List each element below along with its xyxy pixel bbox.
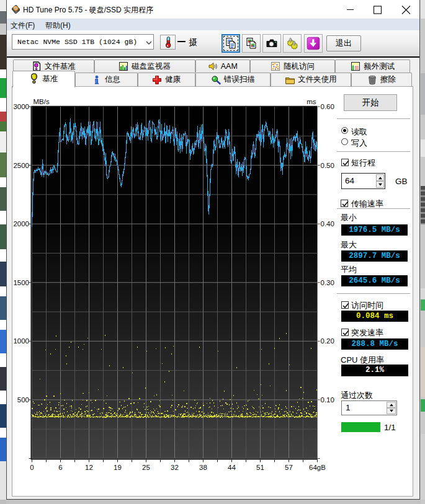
desktop-fragment [421,0,425,19]
tab-label: 文件基准 [45,61,76,72]
maximize-button[interactable] [368,0,387,19]
desktop-fragment [421,288,425,299]
minimize-button[interactable] [341,0,359,19]
min-value-lcd: 1976.5 MB/s [341,224,408,236]
desktop-fragment [0,11,6,24]
radio-dot [343,129,346,132]
spin-down-button[interactable] [387,408,396,414]
pass-count-input[interactable]: 1 [341,400,397,415]
desktop-edge-left [0,0,6,504]
info-icon [92,75,102,85]
svg-text:2500: 2500 [13,162,29,169]
tab-speaker[interactable]: AAM [195,60,251,73]
tab-label: 随机访问 [284,61,315,72]
tab-label: 错误扫描 [224,74,255,85]
checkbox-access-time[interactable] [341,301,349,309]
short-stroke-input[interactable]: 64 [341,173,385,189]
tab-folder[interactable]: 文件夹使用 [271,73,351,87]
pass-count-spinner [387,402,396,414]
temperature-button[interactable] [160,35,176,50]
download-arrow-button[interactable] [304,34,323,53]
check-icon [341,199,350,208]
close-button[interactable] [395,0,414,19]
random-access-icon [271,61,280,71]
checkbox-short-stroke[interactable] [341,159,349,166]
extra-tests-icon [351,61,360,71]
desktop-fragment [0,262,6,286]
tab-label: 基准 [42,74,58,84]
health-cross-icon [152,75,162,85]
toolbar-separator [7,56,419,58]
checkbox-burst-rate[interactable] [341,329,349,336]
desktop-fragment [0,330,6,353]
checkbox-transfer-rate[interactable] [341,200,348,207]
svg-text:1000: 1000 [13,337,29,345]
desktop-fragment [0,438,6,461]
copy-text-button[interactable] [221,34,240,53]
exit-button[interactable]: 退出 [326,35,361,51]
check-icon [341,301,351,310]
avg-value-lcd: 2645.6 MB/s [341,275,408,286]
tab-bulb[interactable]: 基准 [12,71,75,87]
svg-text:0: 0 [30,464,34,471]
desktop-fragment [0,296,6,320]
drive-select-value: Netac NVMe SSD 1TB (1024 gB) [17,38,137,46]
minimize-icon [341,0,359,19]
menu-bar: 文件(F) 帮助(H) [7,19,419,30]
gold-donate-button[interactable] [283,34,302,53]
burst-rate-label[interactable]: 突发速率 [351,327,383,338]
copy-image-button[interactable] [242,34,261,53]
camera-button[interactable] [262,34,281,53]
drive-select[interactable]: Netac NVMe SSD 1TB (1024 gB) [12,34,154,50]
tab-magnifier[interactable]: 错误扫描 [195,73,271,87]
radio-write[interactable] [341,138,348,145]
radio-read[interactable] [341,127,348,134]
spin-up-button[interactable] [387,402,396,408]
desktop-fragment [0,461,6,500]
spin-down-button[interactable] [376,181,384,188]
svg-text:19: 19 [114,464,122,471]
desktop-fragment [421,299,425,311]
desktop-fragment [0,428,6,438]
tab-extra-tests[interactable]: 额外测试 [335,60,410,73]
desktop-fragment [0,112,6,122]
tab-info[interactable]: 信息 [75,73,138,87]
app-icon [12,5,20,14]
desktop-fragment [0,0,6,11]
desktop-edge-right [421,0,425,504]
tab-random-access[interactable]: 随机访问 [250,60,335,73]
start-button[interactable]: 开始 [344,94,397,111]
tab-label: 信息 [105,74,120,85]
tab-label: 额外测试 [364,61,395,72]
max-value-lcd: 2897.7 MB/s [341,250,408,262]
check-icon [341,158,351,167]
desktop-fragment [0,98,6,112]
desktop-edge-bottom [6,500,421,504]
min-label: 最小 [341,212,357,223]
svg-text:38: 38 [199,464,207,471]
maximize-icon [368,0,387,19]
spin-up-button[interactable] [376,174,384,181]
svg-text:MB/s: MB/s [34,98,50,105]
bulb-icon [29,73,39,86]
desktop-fragment [421,186,425,224]
radio-read-label[interactable]: 读取 [351,126,367,138]
close-icon [395,0,414,19]
access-time-label[interactable]: 访问时间 [351,300,383,311]
desktop-fragment [0,35,6,69]
short-stroke-value: 64 [345,176,354,185]
desktop-fragment [0,78,6,98]
tab-trash[interactable]: 擦除 [351,73,412,87]
tab-health-cross[interactable]: 健康 [138,73,195,87]
desktop-fragment [0,153,6,177]
title-bar: HD Tune Pro 5.75 - 硬盘/SSD 实用程序 [7,0,419,19]
desktop-fragment [0,24,6,35]
separator [337,118,410,119]
short-stroke-label[interactable]: 短行程 [351,157,375,169]
radio-write-label[interactable]: 写入 [351,138,367,149]
svg-text:64gB: 64gB [309,464,326,471]
desktop-fragment [421,347,425,397]
svg-text:12: 12 [85,464,93,471]
tab-label: 擦除 [380,74,396,85]
tab-disk-monitor[interactable]: 磁盘监视器 [94,60,195,73]
